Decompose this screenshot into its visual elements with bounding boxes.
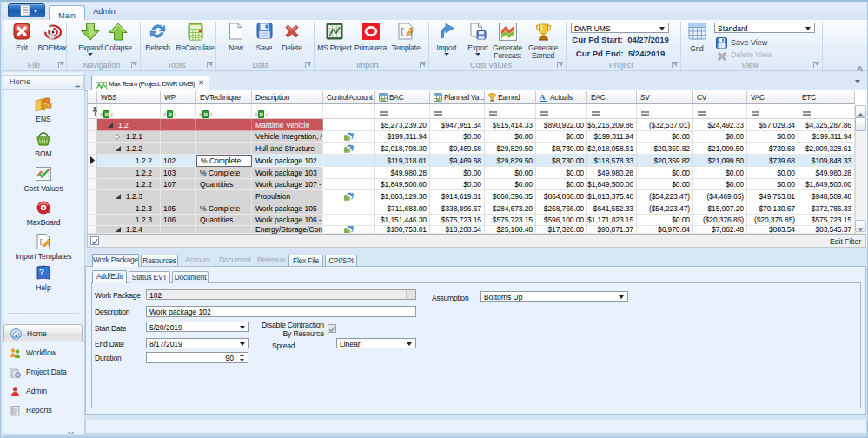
svg-text:?: ?: [39, 268, 44, 277]
svg-text:A: A: [540, 93, 546, 102]
